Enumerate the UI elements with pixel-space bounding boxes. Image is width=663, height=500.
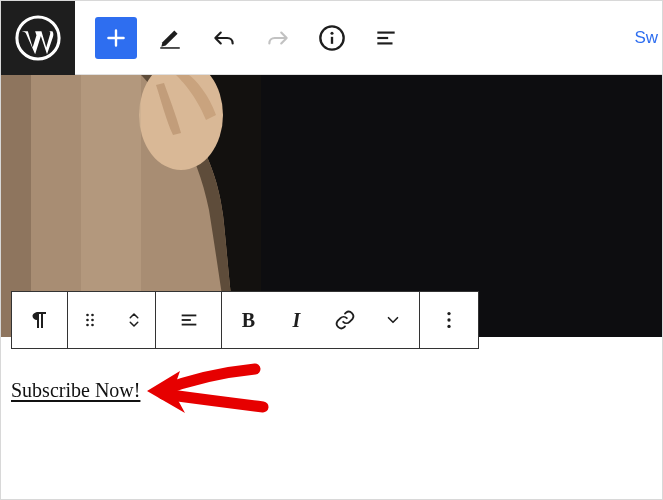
- block-type-button[interactable]: [12, 292, 68, 348]
- wordpress-logo[interactable]: [1, 1, 75, 75]
- chevron-updown-icon: [125, 308, 143, 332]
- svg-rect-19: [181, 315, 196, 317]
- italic-button[interactable]: I: [273, 292, 321, 348]
- italic-icon: I: [293, 309, 301, 332]
- list-view-icon: [373, 25, 399, 51]
- bold-button[interactable]: B: [225, 292, 273, 348]
- chevron-down-icon: [384, 311, 402, 329]
- svg-rect-5: [377, 31, 394, 33]
- svg-rect-6: [377, 36, 388, 38]
- more-vertical-icon: [438, 309, 460, 331]
- redo-button: [257, 17, 299, 59]
- svg-point-17: [86, 324, 89, 327]
- inline-format-group: B I: [222, 292, 420, 348]
- svg-point-13: [86, 314, 89, 317]
- more-inline-button[interactable]: [369, 292, 417, 348]
- undo-icon: [211, 25, 237, 51]
- edit-mode-button[interactable]: [149, 17, 191, 59]
- svg-point-16: [91, 319, 94, 322]
- svg-rect-20: [181, 319, 190, 321]
- info-icon: [318, 24, 346, 52]
- block-toolbar: B I: [11, 291, 479, 349]
- switch-link[interactable]: Sw: [634, 28, 662, 48]
- svg-rect-1: [160, 47, 180, 49]
- svg-rect-21: [181, 324, 196, 326]
- toolbar-actions: [75, 17, 407, 59]
- annotation-arrow: [145, 359, 285, 439]
- move-updown[interactable]: [112, 292, 156, 348]
- svg-point-24: [447, 325, 450, 328]
- svg-point-23: [447, 318, 450, 321]
- svg-rect-7: [377, 42, 392, 44]
- bold-icon: B: [242, 309, 255, 332]
- move-controls: [68, 292, 156, 348]
- svg-rect-4: [331, 36, 333, 43]
- wordpress-icon: [15, 15, 61, 61]
- link-icon: [334, 309, 356, 331]
- svg-point-22: [447, 312, 450, 315]
- subscribe-link[interactable]: Subscribe Now!: [11, 379, 140, 402]
- svg-point-3: [330, 31, 333, 34]
- svg-point-18: [91, 324, 94, 327]
- undo-button[interactable]: [203, 17, 245, 59]
- paragraph-icon: [28, 308, 52, 332]
- link-button[interactable]: [321, 292, 369, 348]
- svg-point-14: [91, 314, 94, 317]
- redo-icon: [265, 25, 291, 51]
- align-icon: [178, 309, 200, 331]
- pencil-icon: [157, 25, 183, 51]
- svg-point-15: [86, 319, 89, 322]
- info-button[interactable]: [311, 17, 353, 59]
- outline-button[interactable]: [365, 17, 407, 59]
- editor-topbar: Sw: [1, 1, 662, 75]
- block-options-button[interactable]: [420, 292, 478, 348]
- drag-icon: [80, 310, 100, 330]
- drag-handle[interactable]: [68, 292, 112, 348]
- plus-icon: [103, 25, 129, 51]
- align-button[interactable]: [156, 292, 222, 348]
- add-block-button[interactable]: [95, 17, 137, 59]
